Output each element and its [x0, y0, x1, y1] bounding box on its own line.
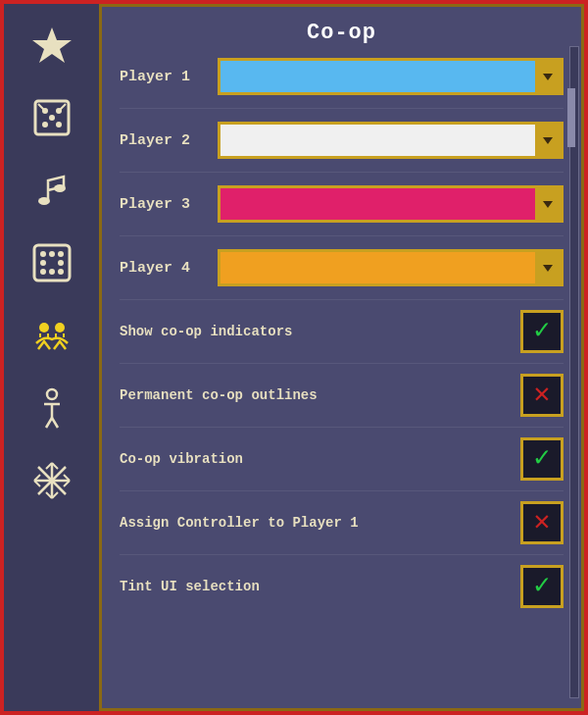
sidebar	[4, 4, 102, 711]
player-2-color-select[interactable]	[218, 122, 564, 159]
player-2-dropdown-arrow[interactable]	[535, 125, 561, 156]
toggle-coop-indicators-row: Show co-op indicators ✓	[120, 310, 564, 353]
svg-point-9	[38, 197, 50, 205]
divider-4	[120, 299, 564, 300]
toggle-coop-indicators-checkbox[interactable]: ✓	[520, 310, 564, 353]
svg-point-22	[47, 389, 57, 399]
divider-7	[120, 490, 564, 491]
svg-point-20	[39, 323, 49, 332]
player-3-dropdown-arrow[interactable]	[535, 188, 561, 220]
svg-point-16	[58, 260, 64, 266]
sidebar-item-music[interactable]	[23, 161, 81, 220]
sidebar-item-effects[interactable]	[23, 88, 81, 147]
player-1-color-select[interactable]	[218, 58, 564, 95]
player-4-row: Player 4	[120, 246, 564, 289]
check-green-icon-2: ✓	[534, 445, 551, 473]
toggle-assign-controller-row: Assign Controller to Player 1 ✕	[120, 501, 564, 544]
player-4-swatch	[220, 252, 535, 283]
player-3-color-select[interactable]	[218, 185, 564, 223]
svg-marker-38	[543, 265, 553, 272]
divider-1	[120, 108, 564, 109]
player-1-dropdown-arrow[interactable]	[535, 61, 561, 92]
player-4-color-select[interactable]	[218, 249, 564, 286]
player-3-label: Player 3	[120, 196, 208, 213]
toggle-coop-outlines-label: Permanent co-op outlines	[120, 386, 511, 404]
sidebar-item-favorites[interactable]	[23, 16, 81, 75]
check-red-icon: ✕	[534, 382, 551, 409]
sidebar-item-accessibility[interactable]	[23, 379, 81, 437]
check-red-icon-2: ✕	[534, 509, 551, 536]
toggle-assign-controller-checkbox[interactable]: ✕	[520, 501, 564, 544]
toggle-tint-ui-row: Tint UI selection ✓	[120, 565, 564, 608]
main-content: Co-op Player 1 Player 2	[102, 4, 584, 711]
svg-point-17	[40, 269, 46, 275]
settings-list: Player 1 Player 2	[102, 55, 581, 618]
svg-point-18	[49, 269, 55, 275]
svg-point-12	[40, 251, 46, 257]
sidebar-item-advanced[interactable]	[23, 451, 81, 510]
scrollbar-track[interactable]	[569, 46, 579, 698]
toggle-coop-vibration-row: Co-op vibration ✓	[120, 437, 564, 481]
player-4-dropdown-arrow[interactable]	[535, 252, 561, 283]
svg-point-13	[49, 251, 55, 257]
divider-2	[120, 172, 564, 173]
divider-8	[120, 554, 564, 555]
player-1-swatch	[220, 61, 535, 92]
sidebar-item-coop[interactable]	[23, 306, 81, 365]
svg-marker-0	[32, 27, 72, 63]
toggle-coop-outlines-row: Permanent co-op outlines ✕	[120, 374, 564, 417]
scrollbar-thumb[interactable]	[567, 88, 575, 147]
svg-point-21	[55, 323, 65, 332]
divider-6	[120, 427, 564, 428]
svg-line-8	[60, 104, 66, 110]
svg-point-15	[40, 260, 46, 266]
svg-marker-35	[543, 74, 553, 80]
svg-point-10	[54, 184, 66, 192]
player-2-row: Player 2	[120, 119, 564, 162]
svg-marker-37	[543, 201, 553, 208]
svg-line-7	[38, 104, 44, 110]
svg-point-19	[58, 269, 64, 275]
sidebar-item-gameplay[interactable]	[23, 233, 81, 292]
player-1-row: Player 1	[120, 55, 564, 98]
app-frame: Co-op Player 1 Player 2	[0, 0, 588, 715]
toggle-coop-vibration-label: Co-op vibration	[120, 450, 511, 468]
toggle-coop-indicators-label: Show co-op indicators	[120, 323, 511, 340]
toggle-coop-outlines-checkbox[interactable]: ✕	[520, 374, 564, 417]
check-green-icon-3: ✓	[534, 573, 551, 600]
toggle-coop-vibration-checkbox[interactable]: ✓	[520, 437, 564, 481]
toggle-tint-ui-label: Tint UI selection	[120, 578, 511, 595]
player-2-label: Player 2	[120, 132, 208, 149]
player-3-row: Player 3	[120, 182, 564, 226]
check-green-icon: ✓	[534, 318, 551, 345]
toggle-assign-controller-label: Assign Controller to Player 1	[120, 514, 511, 532]
svg-marker-36	[543, 137, 553, 144]
svg-rect-11	[34, 245, 70, 281]
player-2-swatch	[220, 125, 535, 156]
toggle-tint-ui-checkbox[interactable]: ✓	[520, 565, 564, 608]
player-3-swatch	[220, 188, 535, 220]
page-title: Co-op	[102, 7, 581, 55]
player-4-label: Player 4	[120, 260, 208, 277]
divider-5	[120, 363, 564, 364]
divider-3	[120, 235, 564, 236]
svg-point-14	[58, 251, 64, 257]
svg-point-4	[42, 122, 48, 128]
svg-point-6	[49, 115, 55, 121]
svg-point-5	[56, 122, 62, 128]
player-1-label: Player 1	[120, 69, 208, 85]
